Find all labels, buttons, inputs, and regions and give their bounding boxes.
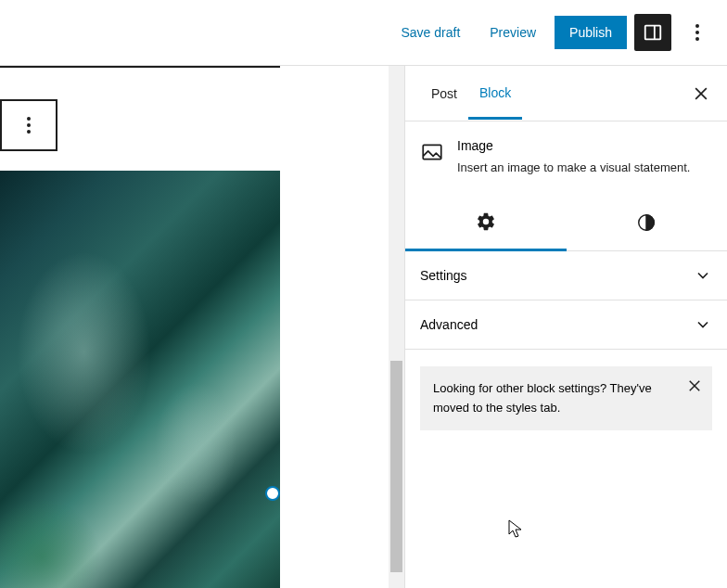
preview-button[interactable]: Preview xyxy=(478,18,547,47)
block-toolbar-more[interactable] xyxy=(0,99,57,151)
more-icon xyxy=(27,117,31,134)
sidebar-icon xyxy=(643,22,663,43)
settings-sidebar: Post Block Image Insert an image to make… xyxy=(404,66,727,588)
block-title: Image xyxy=(457,138,690,153)
close-icon xyxy=(692,84,710,103)
inspector-subtabs xyxy=(405,195,727,251)
styles-moved-notice: Looking for other block settings? They'v… xyxy=(420,366,712,431)
panel-settings-label: Settings xyxy=(420,268,467,283)
close-sidebar-button[interactable] xyxy=(690,83,712,105)
image-block[interactable] xyxy=(0,171,280,588)
gear-icon xyxy=(476,211,496,232)
editor-canvas[interactable] xyxy=(0,66,389,588)
close-icon xyxy=(686,377,703,394)
scrollbar-thumb[interactable] xyxy=(390,361,402,572)
sidebar-tabs: Post Block xyxy=(405,66,727,121)
image-preview xyxy=(0,171,280,588)
image-icon xyxy=(420,140,444,164)
block-description: Insert an image to make a visual stateme… xyxy=(457,159,690,178)
save-draft-button[interactable]: Save draft xyxy=(389,18,471,47)
resize-handle-right[interactable] xyxy=(265,486,280,501)
panel-advanced-label: Advanced xyxy=(420,317,478,332)
panel-advanced[interactable]: Advanced xyxy=(405,300,727,350)
chevron-down-icon xyxy=(694,315,712,334)
subtab-styles[interactable] xyxy=(567,195,728,250)
tab-block[interactable]: Block xyxy=(468,69,522,120)
options-button[interactable] xyxy=(679,14,716,51)
canvas-scrollbar[interactable] xyxy=(389,66,404,588)
more-icon xyxy=(695,24,699,41)
sidebar-toggle-button[interactable] xyxy=(634,14,671,51)
svg-rect-4 xyxy=(423,145,441,159)
contrast-icon xyxy=(636,212,657,233)
chevron-down-icon xyxy=(694,266,712,285)
block-info: Image Insert an image to make a visual s… xyxy=(405,121,727,195)
editor-topbar: Save draft Preview Publish xyxy=(0,0,727,66)
panel-settings[interactable]: Settings xyxy=(405,251,727,300)
subtab-settings[interactable] xyxy=(405,195,567,251)
tab-post[interactable]: Post xyxy=(420,70,468,118)
notice-text: Looking for other block settings? They'v… xyxy=(433,379,699,418)
publish-button[interactable]: Publish xyxy=(555,16,627,49)
svg-rect-0 xyxy=(645,26,661,40)
block-outline xyxy=(0,66,280,68)
dismiss-notice-button[interactable] xyxy=(686,377,703,394)
